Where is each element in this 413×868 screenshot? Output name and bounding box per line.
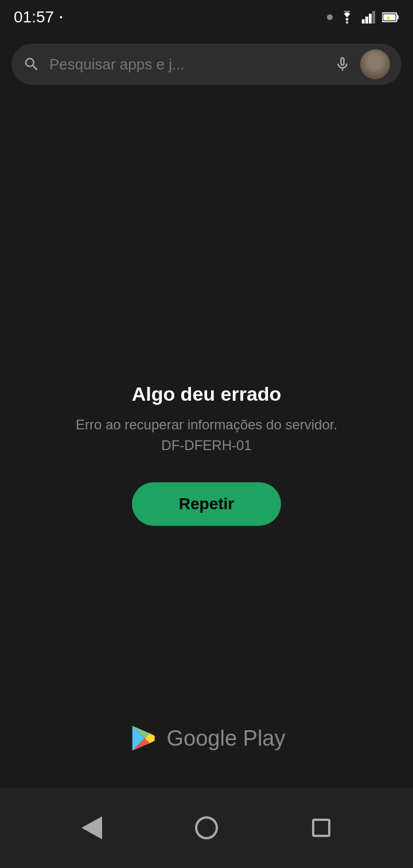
status-bar: 01:57 • ⚡ (0, 0, 413, 34)
google-play-label: Google Play (166, 726, 285, 751)
svg-rect-7 (397, 16, 399, 19)
nav-bar (0, 788, 413, 868)
main-content: Algo deu errado Erro ao recuperar inform… (0, 86, 413, 719)
error-section: Algo deu errado Erro ao recuperar inform… (76, 383, 337, 526)
svg-rect-2 (362, 20, 365, 24)
home-button[interactable] (184, 805, 229, 851)
svg-rect-5 (372, 11, 375, 24)
error-title: Algo deu errado (132, 383, 282, 405)
status-icons: ⚡ (327, 11, 399, 24)
recent-icon (312, 819, 330, 837)
search-bar-container (0, 37, 413, 92)
recent-button[interactable] (298, 805, 344, 851)
signal-icon (361, 11, 376, 24)
svg-rect-4 (369, 14, 372, 24)
search-icon (23, 56, 40, 73)
battery-icon: ⚡ (382, 11, 399, 23)
svg-point-1 (346, 21, 348, 24)
home-icon (195, 816, 218, 839)
status-time: 01:57 • (14, 8, 63, 26)
user-avatar[interactable] (360, 49, 390, 79)
back-icon (81, 816, 102, 839)
error-message: Erro ao recuperar informações do servido… (76, 414, 337, 456)
mic-icon[interactable] (334, 56, 351, 73)
svg-point-0 (327, 14, 333, 20)
search-input[interactable] (49, 56, 325, 73)
google-play-icon (127, 723, 157, 753)
search-bar[interactable] (11, 44, 402, 85)
notification-dot-icon (327, 14, 333, 20)
retry-button[interactable]: Repetir (132, 482, 281, 526)
back-button[interactable] (69, 805, 115, 851)
svg-rect-3 (365, 17, 368, 24)
svg-text:⚡: ⚡ (385, 15, 392, 21)
google-play-branding: Google Play (0, 723, 413, 753)
wifi-icon (338, 11, 356, 24)
